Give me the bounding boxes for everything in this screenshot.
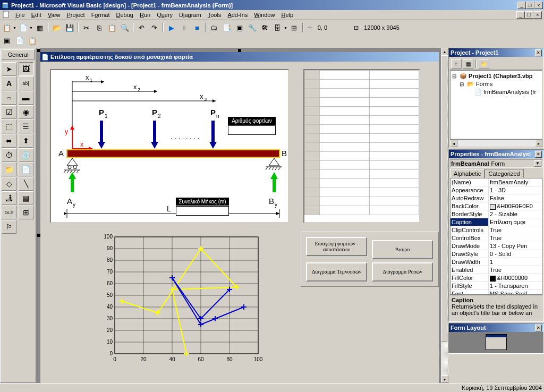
menu-project[interactable]: Project	[63, 11, 88, 19]
data-grid[interactable]	[304, 70, 419, 215]
mdi-minimize-button[interactable]: _	[516, 11, 525, 19]
maximize-button[interactable]: □	[526, 2, 534, 9]
property-row[interactable]: EnabledTrue	[450, 266, 542, 274]
toggle-folders-button[interactable]: 📁	[479, 59, 489, 69]
open-button[interactable]: 📂	[51, 22, 63, 33]
save-button[interactable]: 💾	[64, 22, 75, 33]
drivelist-tool[interactable]: 💿	[19, 148, 33, 162]
listbox-tool[interactable]: ☰	[19, 120, 33, 133]
timer-tool[interactable]: ⏱	[2, 148, 16, 162]
property-row[interactable]: BorderStyle2 - Sizable	[450, 210, 542, 218]
cancel-button[interactable]: Άκυρο	[372, 240, 433, 259]
tree-scroll-right[interactable]: ▸	[535, 140, 542, 147]
data-grid-panel[interactable]	[303, 69, 420, 223]
menu-window[interactable]: Window	[251, 11, 278, 19]
add-project-button[interactable]: 📋	[1, 22, 13, 33]
ole-tool[interactable]: OLE	[2, 206, 16, 219]
shear-diagram-button[interactable]: Διάγραμμα Τεμνουσών	[306, 262, 367, 282]
combobox-tool[interactable]: ⬚	[2, 120, 16, 133]
tree-folder-forms[interactable]: ⊟📂 Forms	[452, 80, 540, 88]
menu-debug[interactable]: Debug	[113, 11, 136, 19]
tree-form-item[interactable]: 📄 frmBeamAnalysis (fr	[452, 88, 540, 96]
menu-file[interactable]: FFileile	[12, 11, 28, 19]
msflexgrid-tool[interactable]: ⊞	[19, 206, 33, 219]
picturebox-tool[interactable]: 🖼	[19, 62, 33, 76]
menu-query[interactable]: Query	[154, 11, 176, 19]
project-panel-close[interactable]: ×	[535, 49, 542, 56]
image-tool[interactable]: 🏞	[2, 191, 16, 205]
mdi-close-button[interactable]: ×	[533, 11, 542, 19]
vscroll-tool[interactable]: ⬍	[19, 134, 33, 148]
tb2-btn1[interactable]: ▣	[1, 35, 13, 46]
form-designer[interactable]: 📄 Επίλυση αμφιέρειστης δοκού υπό μοναχικ…	[40, 52, 439, 383]
label-tool[interactable]: A	[2, 76, 16, 90]
properties-close[interactable]: ×	[535, 151, 542, 158]
menu-addins[interactable]: Add-Ins	[224, 11, 251, 19]
checkbox-tool[interactable]: ☑	[2, 105, 16, 119]
hscroll-tool[interactable]: ⬌	[2, 134, 16, 148]
filelist-tool[interactable]: 📄	[19, 163, 33, 176]
tree-scroll-left[interactable]: ◂	[450, 140, 457, 147]
menu-edit[interactable]: Edit	[28, 11, 45, 19]
menu-help[interactable]: Help	[278, 11, 296, 19]
property-row[interactable]: CaptionΕπίλυση αμφι	[450, 218, 542, 226]
property-row[interactable]: DrawMode13 - Copy Pen	[450, 242, 542, 250]
property-row[interactable]: FontMS Sans Serif	[450, 290, 542, 295]
commandbutton-tool[interactable]: ▬	[19, 91, 33, 105]
properties-grid[interactable]: (Name)frmBeamAnalyAppearance1 - 3DAutoRe…	[450, 178, 542, 295]
property-row[interactable]: FillStyle1 - Transparen	[450, 282, 542, 290]
shape-tool[interactable]: ◇	[2, 177, 16, 191]
menu-format[interactable]: Format	[88, 11, 113, 19]
project-tree[interactable]: ⊟📦 Project1 (Chapter3.vbp ⊟📂 Forms 📄 frm…	[450, 70, 542, 139]
run-button[interactable]: ▶	[166, 22, 177, 33]
dirlist-tool[interactable]: 📁	[2, 163, 16, 176]
property-row[interactable]: (Name)frmBeamAnaly	[450, 178, 542, 186]
menu-editor-button[interactable]: ▦	[34, 22, 46, 33]
tb2-btn2[interactable]: 📄	[14, 35, 26, 46]
extra-tool[interactable]: 🏳	[2, 220, 16, 234]
tab-categorized[interactable]: Categorized	[484, 169, 523, 178]
num-loads-input[interactable]	[228, 125, 276, 135]
toolbox-header[interactable]: General	[2, 49, 35, 60]
data-view-button[interactable]: 🗄	[272, 22, 284, 33]
tab-alphabetic[interactable]: Alphabetic	[450, 169, 484, 178]
property-row[interactable]: DrawWidth1	[450, 258, 542, 266]
close-button[interactable]: ×	[534, 2, 543, 9]
textbox-tool[interactable]: ab|	[19, 76, 33, 90]
form-layout-body[interactable]	[449, 332, 543, 353]
stop-button[interactable]: ■	[191, 22, 203, 33]
project-explorer-button[interactable]: 🗂	[208, 22, 220, 33]
optionbutton-tool[interactable]: ◉	[19, 105, 33, 119]
menu-diagram[interactable]: Diagram	[176, 11, 205, 19]
menu-view[interactable]: View	[45, 11, 64, 19]
tree-root[interactable]: ⊟📦 Project1 (Chapter3.vbp	[452, 72, 540, 80]
view-object-button[interactable]: ▦	[463, 59, 473, 69]
undo-button[interactable]: ↶	[136, 22, 148, 33]
mini-form[interactable]	[486, 334, 507, 350]
data-tool[interactable]: ▤	[19, 191, 33, 205]
property-row[interactable]: BackColor&H00E0E0E0	[450, 202, 542, 210]
form-layout-button[interactable]: ▣	[234, 22, 245, 33]
pause-button[interactable]: ⏸	[178, 22, 190, 33]
frame-tool[interactable]: ▭	[2, 91, 16, 105]
property-row[interactable]: FillColor&H0000000	[450, 274, 542, 282]
find-button[interactable]: 🔍	[119, 22, 131, 33]
property-row[interactable]: AutoRedrawFalse	[450, 194, 542, 202]
property-row[interactable]: ControlBoxTrue	[450, 234, 542, 242]
moment-diagram-button[interactable]: Διάγραμμα Ροπών	[372, 262, 433, 282]
scroll-down-button[interactable]: ▾	[441, 376, 448, 383]
toolbox-button[interactable]: 🛠	[259, 22, 271, 33]
line-tool[interactable]: ╲	[19, 177, 33, 191]
property-row[interactable]: DrawStyle0 - Solid	[450, 250, 542, 258]
copy-button[interactable]: ⎘	[94, 22, 105, 33]
tb2-btn3[interactable]: 📋	[27, 35, 38, 46]
paste-button[interactable]: 📋	[106, 22, 118, 33]
menu-tools[interactable]: Tools	[205, 11, 225, 19]
combo-arrow-icon[interactable]: ▼	[534, 160, 541, 167]
add-form-button[interactable]: 📄	[18, 22, 29, 33]
properties-object-combo[interactable]: frmBeamAnal Form ▼	[450, 159, 542, 168]
project-tree-hscroll[interactable]: ◂ ▸	[450, 139, 542, 147]
total-length-input[interactable]	[176, 206, 229, 216]
properties-button[interactable]: 📑	[221, 22, 233, 33]
property-row[interactable]: ClipControlsTrue	[450, 226, 542, 234]
